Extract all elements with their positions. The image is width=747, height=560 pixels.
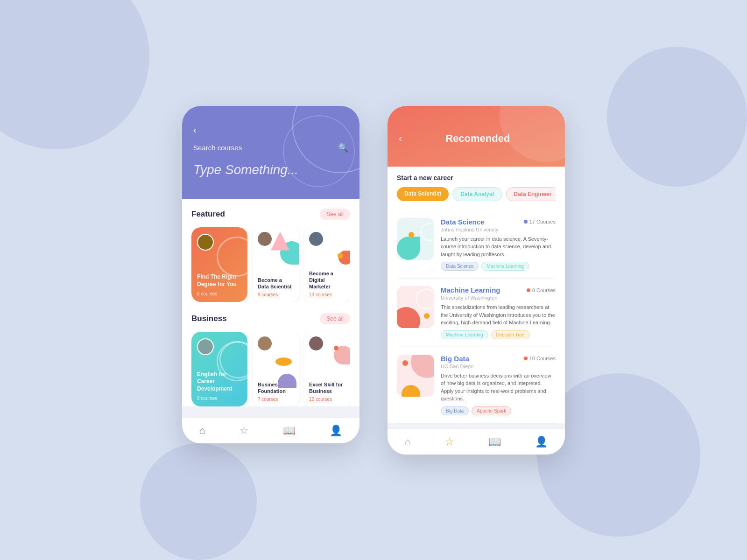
card-title: Find The Right Degree for You [197,273,242,288]
business-see-all[interactable]: See all [320,313,350,324]
course-count: 10 Courses [524,356,556,361]
thumb-dot [402,360,408,366]
card-courses: 9 courses [197,396,242,401]
bg-blob-top-right [607,47,747,187]
business-card-2[interactable]: Excel Skill for Business 12 courses [304,332,350,406]
shape-dot [275,357,292,366]
featured-title: Featured [191,210,225,219]
thumb-shape [397,237,420,260]
shape-dot-red [334,346,338,350]
nav-home[interactable]: ⌂ [405,436,411,448]
thumb-dot [424,313,430,319]
card-courses: 8 courses [197,291,242,296]
course-name: Machine Learning [441,286,500,294]
avatar [197,234,214,251]
course-name: Data Science [441,218,484,226]
right-bottom-nav: ⌂ ☆ 📖 👤 [388,429,565,455]
search-icon[interactable]: 🔍 [338,143,348,153]
featured-card-2[interactable]: Become a Digital Marketer 13 courses [304,227,350,302]
nav-home[interactable]: ⌂ [199,425,205,437]
nav-bookmark[interactable]: ☆ [445,436,454,448]
back-button[interactable]: ‹ [193,125,197,135]
search-label: Search courses [193,144,242,152]
course-info-2: Big Data 10 Courses UC San Diego Drive b… [441,355,556,415]
rec-back-button[interactable]: ‹ [399,133,402,144]
featured-card-1[interactable]: Become a Data Scientist 9 courses [253,227,299,302]
card-courses-sm: 12 courses [309,397,345,402]
course-desc: Launch your career in data science. A Se… [441,235,556,259]
card-courses-sm: 9 courses [258,292,294,297]
course-thumb-1 [397,286,434,328]
course-count: 17 Courses [524,219,556,224]
featured-see-all[interactable]: See all [320,209,350,220]
phones-container: ‹ Search courses 🔍 Type Something... Fea… [182,78,565,483]
nav-profile[interactable]: 👤 [535,436,548,448]
nav-bookmark[interactable]: ☆ [240,425,249,437]
career-tags-row: Data Scientist Data Analyst Data Enginee… [397,187,556,201]
shape-pink [271,232,289,251]
business-card-1[interactable]: Business Foundation 7 courses [253,332,299,406]
search-header: ‹ Search courses 🔍 Type Something... [182,106,359,199]
right-phone-body: Start a new career Data Scientist Data A… [388,167,565,423]
card-circle-deco [219,341,247,378]
business-title: Business [191,314,227,323]
rec-header: ‹ Recomended [388,106,565,167]
thumb-shape [397,307,420,328]
thumb-dot [409,232,414,238]
right-phone: ‹ Recomended Start a new career Data Sci… [388,106,565,455]
shape-orange-dot [338,253,343,259]
left-bottom-nav: ⌂ ☆ 📖 👤 [182,418,359,443]
avatar-sm [258,336,272,350]
course-uni: Johns Hopkins University [441,227,556,232]
nav-book[interactable]: 📖 [488,436,501,448]
tag-data-engineer[interactable]: Data Engineer [506,187,556,201]
course-info-0: Data Science 17 Courses Johns Hopkins Un… [441,218,556,271]
course-item-2[interactable]: Big Data 10 Courses UC San Diego Drive b… [397,347,556,423]
nav-profile[interactable]: 👤 [330,425,342,437]
ctag-1[interactable]: Apache Spark [472,406,511,415]
shape-arc [278,374,296,388]
featured-section-header: Featured See all [191,209,350,220]
ctag-0[interactable]: Data Science [441,262,479,271]
course-uni: University of Washington [441,295,556,301]
card-title-sm: Excel Skill for Business [309,381,345,395]
dot-indicator [527,288,530,292]
business-card-0[interactable]: English for Career Development 9 courses [191,332,247,406]
nav-book[interactable]: 📖 [283,425,296,437]
dot-indicator [524,220,528,224]
business-cards-row: English for Career Development 9 courses… [191,332,350,406]
dot-indicator [524,357,528,360]
business-section-header: Business See all [191,313,350,324]
thumb-shape2 [402,385,420,397]
course-info-1: Machine Learning 8 Courses University of… [441,286,556,339]
course-tags: Data Science Machine Learning [441,262,556,271]
course-tags: Machine Learning Decision Tree [441,330,556,339]
left-phone: ‹ Search courses 🔍 Type Something... Fea… [182,106,359,443]
course-thumb-0 [397,218,434,260]
card-courses-sm: 7 courses [258,397,294,402]
rec-title: Recomended [402,133,554,145]
ctag-1[interactable]: Machine Learning [481,262,529,271]
thumb-circle [416,288,434,309]
thumb-shape [411,355,434,378]
course-thumb-2 [397,355,434,397]
tag-data-scientist[interactable]: Data Scientist [397,187,449,201]
thumb-circle [420,223,434,241]
card-title-sm: Become a Digital Marketer [309,270,345,290]
course-desc: Drive better business decisions with an … [441,372,556,403]
search-placeholder[interactable]: Type Something... [193,162,348,177]
card-title-sm: Become a Data Scientist [258,277,294,290]
featured-card-0[interactable]: Find The Right Degree for You 8 courses [191,227,247,302]
course-uni: UC San Diego [441,364,556,369]
ctag-0[interactable]: Machine Learning [441,330,488,339]
course-name: Big Data [441,355,469,363]
course-item-1[interactable]: Machine Learning 8 Courses University of… [397,279,556,347]
avatar [197,338,214,355]
tag-data-analyst[interactable]: Data Analyst [452,187,502,201]
course-count: 8 Courses [527,287,556,293]
career-label: Start a new career [397,174,556,182]
avatar-sm [309,232,323,246]
ctag-0[interactable]: Big Data [441,406,469,415]
course-item-0[interactable]: Data Science 17 Courses Johns Hopkins Un… [397,210,556,279]
ctag-1[interactable]: Decision Tree [491,330,530,339]
